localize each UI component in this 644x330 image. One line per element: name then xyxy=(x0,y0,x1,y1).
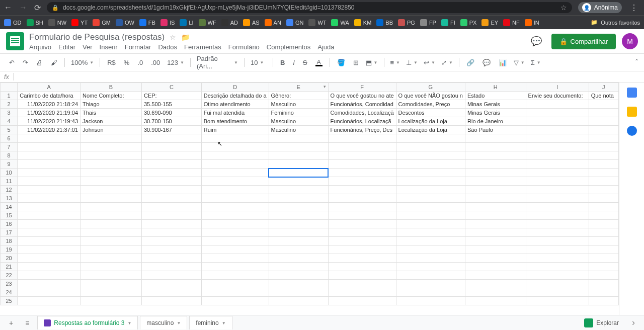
cell[interactable]: O que você gostou no ate xyxy=(328,92,396,100)
cell[interactable] xyxy=(269,271,328,280)
collapse-toolbar-button[interactable]: ˆ xyxy=(635,58,638,66)
cell[interactable] xyxy=(141,254,201,263)
row-header[interactable]: 15 xyxy=(1,211,18,220)
cell[interactable] xyxy=(589,297,618,305)
cell[interactable] xyxy=(80,271,142,280)
cell[interactable]: Estado xyxy=(465,92,526,100)
bookmark-item[interactable]: WF xyxy=(199,19,216,26)
column-header[interactable]: B xyxy=(80,83,142,92)
cell[interactable] xyxy=(201,288,269,297)
add-sheet-button[interactable]: + xyxy=(5,317,17,329)
cell[interactable]: 30.700-150 xyxy=(141,117,201,126)
tasks-icon[interactable] xyxy=(627,126,637,136)
cell[interactable] xyxy=(465,263,526,271)
cell[interactable] xyxy=(526,109,589,117)
cell[interactable] xyxy=(269,211,328,220)
star-icon[interactable]: ☆ xyxy=(170,33,176,41)
cell[interactable] xyxy=(201,297,269,305)
cell[interactable] xyxy=(18,151,80,160)
keep-icon[interactable] xyxy=(627,107,637,117)
bookmark-item[interactable]: AD xyxy=(221,19,238,26)
cell[interactable] xyxy=(526,297,589,305)
row-header[interactable]: 21 xyxy=(1,263,18,271)
chevron-down-icon[interactable]: ▼ xyxy=(127,321,131,325)
cell[interactable] xyxy=(201,143,269,151)
cell[interactable] xyxy=(80,143,142,151)
zoom-select[interactable]: 100%▼ xyxy=(69,58,96,67)
cell[interactable] xyxy=(269,254,328,263)
cell[interactable] xyxy=(18,177,80,186)
cell[interactable] xyxy=(18,297,80,305)
browser-menu-icon[interactable]: ⋮ xyxy=(628,3,640,13)
cell[interactable] xyxy=(526,186,589,194)
cell[interactable] xyxy=(328,194,396,203)
cell[interactable] xyxy=(18,194,80,203)
horizontal-align-button[interactable]: ≡▼ xyxy=(388,58,403,67)
cell[interactable] xyxy=(18,211,80,220)
cell[interactable] xyxy=(201,271,269,280)
cell[interactable] xyxy=(396,211,465,220)
cell[interactable] xyxy=(328,237,396,245)
cell[interactable] xyxy=(201,134,269,143)
cell[interactable] xyxy=(465,254,526,263)
cell[interactable]: Gênero: xyxy=(269,92,328,100)
share-button[interactable]: 🔒 Compartilhar xyxy=(551,34,616,49)
bookmark-item[interactable]: NW xyxy=(48,19,66,26)
insert-link-button[interactable]: 🔗 xyxy=(463,57,477,68)
select-all-corner[interactable] xyxy=(1,83,18,92)
row-header[interactable]: 9 xyxy=(1,160,18,169)
cell[interactable] xyxy=(465,177,526,186)
cell[interactable] xyxy=(526,245,589,254)
bookmark-item[interactable]: AN xyxy=(265,19,281,26)
insert-chart-button[interactable]: 📊 xyxy=(496,57,510,68)
cell[interactable] xyxy=(269,220,328,228)
cell[interactable] xyxy=(269,245,328,254)
cell[interactable]: Envie seu documento: xyxy=(526,92,589,100)
cell[interactable] xyxy=(589,169,618,177)
sheet-tab[interactable]: feminino▼ xyxy=(189,316,232,329)
functions-button[interactable]: Σ▼ xyxy=(529,58,543,67)
row-header[interactable]: 6 xyxy=(1,134,18,143)
cell[interactable] xyxy=(396,280,465,288)
cell[interactable] xyxy=(80,134,142,143)
cell[interactable] xyxy=(269,288,328,297)
cell[interactable] xyxy=(269,237,328,245)
cell[interactable] xyxy=(589,143,618,151)
cell[interactable] xyxy=(201,151,269,160)
cell[interactable] xyxy=(80,237,142,245)
incognito-badge[interactable]: 👤 Anônima xyxy=(578,2,622,13)
paint-format-button[interactable]: 🖌 xyxy=(48,57,60,68)
cell[interactable] xyxy=(589,177,618,186)
cell[interactable] xyxy=(18,186,80,194)
cell[interactable] xyxy=(465,245,526,254)
cell[interactable]: Otimo atendimento xyxy=(201,100,269,109)
cell[interactable] xyxy=(201,228,269,237)
cell[interactable] xyxy=(18,160,80,169)
sheets-logo-icon[interactable] xyxy=(6,32,24,50)
cell[interactable]: Que nota xyxy=(589,92,618,100)
bookmark-item[interactable]: IN xyxy=(525,19,539,26)
column-header[interactable]: C xyxy=(141,83,201,92)
cell[interactable] xyxy=(269,134,328,143)
all-sheets-button[interactable]: ≡ xyxy=(21,317,33,329)
cell[interactable] xyxy=(141,134,201,143)
cell[interactable] xyxy=(141,263,201,271)
cell[interactable] xyxy=(201,194,269,203)
chevron-down-icon[interactable]: ▼ xyxy=(177,321,181,325)
row-header[interactable]: 1 xyxy=(1,92,18,100)
bookmark-item[interactable]: WA xyxy=(331,19,349,26)
cell[interactable]: São Paulo xyxy=(465,126,526,134)
spreadsheet-grid[interactable]: ABCDEFGHIJ1Carimbo de data/horaNome Comp… xyxy=(0,82,619,315)
font-select[interactable]: Padrão (Ari...▼ xyxy=(195,54,240,71)
cell[interactable] xyxy=(396,263,465,271)
vertical-align-button[interactable]: ⊥▼ xyxy=(404,58,420,67)
cell[interactable] xyxy=(18,203,80,211)
cell[interactable] xyxy=(526,203,589,211)
cell[interactable] xyxy=(141,143,201,151)
cell[interactable] xyxy=(589,134,618,143)
insert-comment-button[interactable]: 💬 xyxy=(479,57,494,68)
row-header[interactable]: 16 xyxy=(1,220,18,228)
cell[interactable]: 30.690-090 xyxy=(141,109,201,117)
cell[interactable] xyxy=(80,280,142,288)
cell[interactable]: Ruim xyxy=(201,126,269,134)
